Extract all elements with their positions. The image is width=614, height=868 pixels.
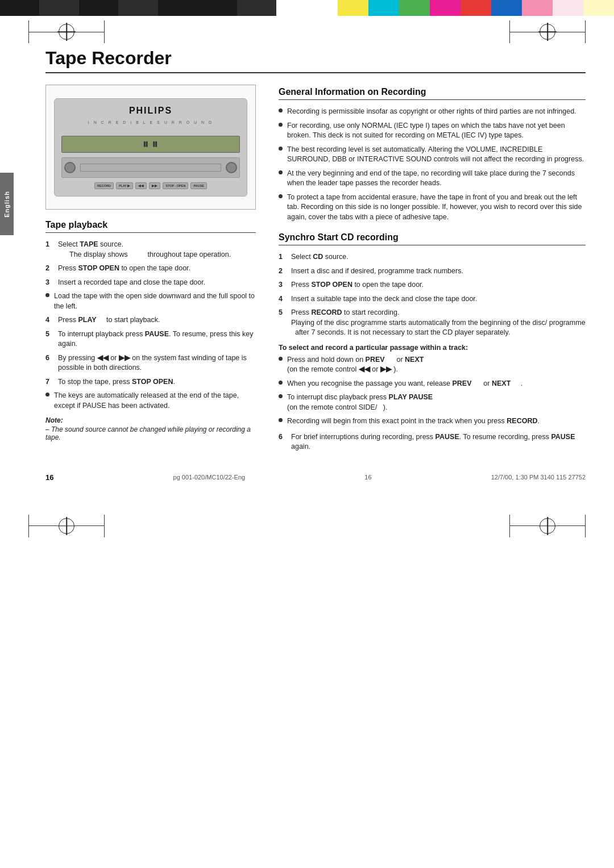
tape-window (80, 164, 221, 172)
color-bar-1 (0, 0, 39, 16)
list-item: Press and hold down on PREV or NEXT (on … (279, 355, 586, 375)
list-num: 1 (279, 252, 287, 262)
list-text: When you recognise the passage you want,… (287, 379, 522, 389)
reg-line-horiz-4 (557, 32, 585, 32)
tape-playback-bullet-1: Load the tape with the open side downwar… (45, 291, 256, 311)
footer-right-text: 12/7/00, 1:30 PM 3140 115 27752 (491, 474, 586, 481)
note-block: Note: – The sound source cannot be chang… (45, 416, 256, 441)
list-item: 1 Select CD source. (279, 252, 586, 262)
list-item: To protect a tape from accidental erasur… (279, 193, 586, 223)
tape-reel-left (64, 162, 76, 173)
list-item: 5 Press RECORD to start recording. Playi… (279, 308, 586, 338)
list-text: To interrupt disc playback press PLAY PA… (287, 393, 433, 412)
list-text: Load the tape with the open side downwar… (54, 291, 256, 311)
list-text: The keys are automatically released at t… (54, 391, 256, 411)
general-info-heading: General Information on Recording (279, 87, 586, 100)
color-bar-yellow (338, 0, 368, 16)
list-num: 5 (279, 308, 287, 318)
bullet-dot (279, 147, 283, 151)
crosshair-v (66, 23, 67, 41)
page-num-display: 16 (45, 473, 53, 482)
reg-marks-right (509, 20, 586, 43)
color-bar-pink (522, 0, 553, 16)
tape-playback-list-2: 4 Press PLAY to start playback. 5 To int… (45, 315, 256, 387)
color-bar-red (460, 0, 491, 16)
top-bar-center (276, 0, 338, 16)
bullet-dot (279, 170, 283, 174)
list-item: 2 Press STOP OPEN to open the tape door. (45, 264, 256, 274)
list-text: For recording, use only NORMAL (IEC type… (287, 121, 586, 141)
bottom-crosshair-v-r (547, 517, 548, 535)
tape-reel-right (226, 162, 237, 173)
synchro-start-section: Synchro Start CD recording 1 Select CD s… (279, 232, 586, 452)
list-item: 3 Press STOP OPEN to open the tape door. (279, 280, 586, 290)
list-item: Recording will begin from this exact poi… (279, 416, 586, 427)
list-num: 4 (279, 294, 287, 304)
color-bar-7 (237, 0, 276, 16)
color-bar-blue (491, 0, 522, 16)
list-text: Insert a recorded tape and close the tap… (58, 278, 205, 288)
side-tab: English (0, 173, 14, 235)
crosshair-left (57, 23, 76, 41)
list-text: To stop the tape, press STOP OPEN. (58, 377, 175, 387)
bottom-reg-horiz-2 (76, 525, 104, 526)
list-item: 2 Insert a disc and if desired, programm… (279, 266, 586, 277)
left-column: PHILIPS I N C R E D I B L E S U R R O U … (45, 85, 256, 456)
device-tape-area (61, 157, 240, 178)
page-number-left: 16 (45, 473, 53, 482)
tape-playback-bullet-2: The keys are automatically released at t… (45, 391, 256, 411)
list-item: 4 Insert a suitable tape into the deck a… (279, 294, 586, 304)
bottom-crosshair-v (66, 517, 67, 535)
list-num: 5 (45, 329, 53, 340)
list-item: 7 To stop the tape, press STOP OPEN. (45, 377, 256, 387)
list-text: Press and hold down on PREV or NEXT (on … (287, 355, 424, 375)
list-num: 1 (45, 240, 53, 250)
sub-heading-passage: To select and record a particular passag… (279, 344, 586, 352)
list-text: Select CD source. (291, 252, 349, 262)
crosshair-v-r (547, 23, 548, 41)
synchro-step6-list: 6 For brief interruptions during recordi… (279, 432, 586, 452)
general-info-section: General Information on Recording Recordi… (279, 87, 586, 222)
list-item: At the very beginning and end of the tap… (279, 169, 586, 189)
bottom-reg-horiz-1 (29, 525, 57, 526)
list-num: 3 (45, 278, 53, 288)
list-text: Press RECORD to start recording. Playing… (291, 308, 586, 338)
crosshair-right (538, 23, 557, 41)
list-num: 2 (279, 266, 287, 277)
tape-playback-heading: Tape playback (45, 220, 256, 233)
bottom-reg-marks-left (28, 515, 105, 537)
bottom-reg-horiz-3 (510, 525, 538, 526)
bullet-dot (279, 194, 283, 198)
list-item: The keys are automatically released at t… (45, 391, 256, 411)
display-text: ▐▌ ▐▌ (142, 141, 159, 147)
registration-area (0, 16, 614, 48)
bullet-dot (45, 293, 49, 297)
top-bar-right (338, 0, 614, 16)
btn-pause: PAUSE (190, 182, 207, 189)
reg-marks-left (28, 20, 105, 43)
list-item: 3 Insert a recorded tape and close the t… (45, 278, 256, 288)
list-text: To interrupt playback press PAUSE. To re… (58, 329, 256, 349)
reg-line-horiz-3 (510, 32, 538, 32)
color-bar-magenta (430, 0, 460, 16)
list-text: Press STOP OPEN to open the tape door. (58, 264, 190, 274)
list-item: 4 Press PLAY to start playback. (45, 315, 256, 326)
bottom-reg-vert-4 (585, 515, 586, 537)
bullet-dot (279, 381, 283, 385)
bottom-registration-area (0, 510, 614, 542)
list-text: Recording is permissible insofar as copy… (287, 107, 576, 117)
btn-record: RECORD (94, 182, 114, 189)
btn-ff: ▶▶ (149, 182, 160, 189)
device-body: PHILIPS I N C R E D I B L E S U R R O U … (54, 98, 247, 197)
synchro-sub-bullets: Press and hold down on PREV or NEXT (on … (279, 355, 586, 427)
side-tab-label: English (3, 191, 10, 218)
list-item: 6 For brief interruptions during recordi… (279, 432, 586, 452)
color-bar-3 (79, 0, 118, 16)
color-bar-ltyellow (583, 0, 614, 16)
device-brand: PHILIPS (129, 106, 172, 116)
list-item: Recording is permissible insofar as copy… (279, 107, 586, 117)
color-bar-4 (118, 0, 157, 16)
page-content: English Tape Recorder PHILIPS I N C R E … (0, 48, 614, 504)
synchro-start-heading: Synchro Start CD recording (279, 232, 586, 245)
color-bar-ltpink (553, 0, 583, 16)
